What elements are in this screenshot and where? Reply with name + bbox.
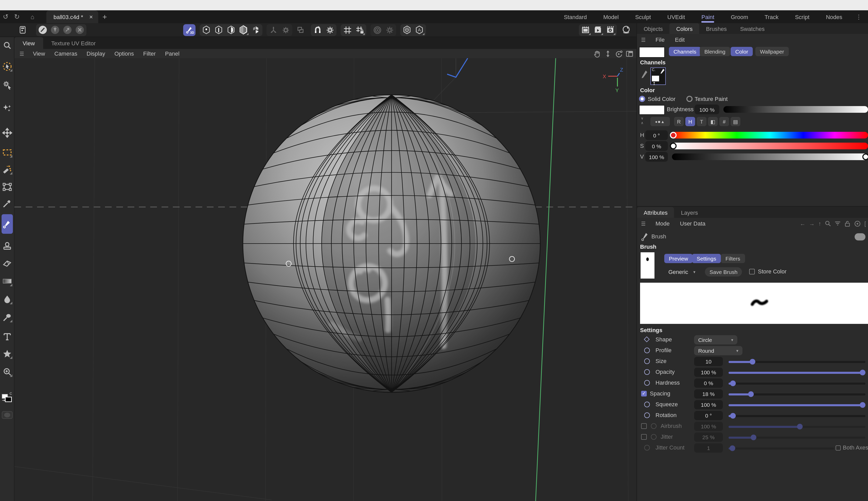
falloff-rings-icon[interactable] bbox=[371, 24, 383, 36]
saturation-knob[interactable] bbox=[670, 143, 677, 149]
saturation-slider[interactable] bbox=[672, 143, 868, 149]
falloff-gear-icon[interactable] bbox=[383, 24, 396, 36]
zoom-tool-icon[interactable] bbox=[1, 40, 13, 51]
mixer-mode-icon[interactable]: ◧ bbox=[708, 117, 718, 126]
stamp-tool-icon[interactable] bbox=[1, 241, 13, 252]
viewport-menu-filter[interactable]: Filter bbox=[139, 51, 161, 57]
search-icon[interactable] bbox=[825, 220, 831, 226]
lock-icon[interactable] bbox=[844, 220, 850, 227]
setting-slider-knob[interactable] bbox=[730, 381, 736, 386]
hsv-mode-button[interactable]: H bbox=[685, 117, 695, 126]
layout-mode-groom[interactable]: Groom bbox=[723, 10, 756, 23]
swatch-grid-icon[interactable]: ▤ bbox=[730, 117, 740, 126]
hue-value[interactable]: 0 ° bbox=[645, 130, 668, 140]
setting-value[interactable]: 100 % bbox=[694, 422, 723, 431]
setting-value[interactable]: 25 % bbox=[694, 433, 723, 442]
render-sphere-button[interactable] bbox=[1, 409, 13, 421]
setting-slider-track[interactable] bbox=[728, 383, 866, 385]
text-tool-icon[interactable] bbox=[1, 331, 13, 342]
attributes-scrollbar-thumb[interactable] bbox=[855, 233, 866, 241]
viewport-menu-cameras[interactable]: Cameras bbox=[50, 51, 82, 57]
orbit-icon[interactable] bbox=[615, 50, 623, 57]
close-tab-icon[interactable]: × bbox=[89, 13, 93, 20]
filter-icon[interactable] bbox=[835, 220, 841, 226]
layout-mode-sculpt[interactable]: Sculpt bbox=[627, 10, 659, 23]
tab-layers[interactable]: Layers bbox=[674, 207, 705, 218]
eraser-tool-icon[interactable] bbox=[1, 257, 13, 269]
new-tab-button[interactable]: + bbox=[98, 10, 111, 23]
more-layouts-icon[interactable]: ⋮ bbox=[850, 13, 863, 20]
toggle-layout-icon[interactable] bbox=[626, 50, 633, 57]
channel-thumbnail[interactable]: C. ↥ bbox=[650, 67, 666, 85]
blending-toggle-button[interactable]: Blending bbox=[700, 47, 730, 56]
setting-value[interactable]: 18 % bbox=[694, 389, 723, 398]
projection-edges-icon[interactable] bbox=[212, 24, 225, 36]
axis-modify-icon[interactable] bbox=[267, 24, 279, 36]
both-axes-checkbox[interactable]: Both Axes bbox=[836, 444, 868, 450]
history-back-icon[interactable]: ← bbox=[800, 220, 805, 226]
viewport-menu-options[interactable]: Options bbox=[110, 51, 139, 57]
layout-mode-uvedit[interactable]: UVEdit bbox=[659, 10, 693, 23]
checkbox-checked-icon[interactable]: ✓ bbox=[641, 391, 647, 396]
paint-3d-brush-button[interactable]: 3D bbox=[183, 24, 196, 36]
setting-dropdown[interactable]: Round▾ bbox=[694, 346, 743, 355]
fg-bg-color-chip[interactable]: C bbox=[1, 390, 13, 405]
menu-file[interactable]: File bbox=[650, 36, 670, 43]
projection-polygons-icon[interactable] bbox=[225, 24, 237, 36]
setting-slider-track[interactable] bbox=[728, 447, 834, 449]
layout-mode-paint[interactable]: Paint bbox=[693, 10, 723, 23]
checkbox-icon[interactable] bbox=[641, 434, 647, 440]
store-color-checkbox[interactable] bbox=[749, 269, 755, 275]
parent-up-icon[interactable]: ↑ bbox=[818, 220, 821, 226]
magnet-snap-icon[interactable] bbox=[311, 24, 323, 36]
pin-tool-icon[interactable] bbox=[49, 24, 61, 36]
render-settings-icon[interactable] bbox=[604, 24, 616, 36]
setting-slider-knob[interactable] bbox=[730, 413, 736, 419]
preview-toggle-button[interactable]: Preview bbox=[664, 254, 693, 263]
tab-swatches[interactable]: Swatches bbox=[734, 23, 771, 34]
viewport-menu-view[interactable]: View bbox=[28, 51, 50, 57]
tab-objects[interactable]: Objects bbox=[637, 23, 670, 34]
render-view-icon[interactable] bbox=[579, 24, 592, 36]
menu-user-data[interactable]: User Data bbox=[675, 220, 711, 226]
viewport-menu-display[interactable]: Display bbox=[82, 51, 110, 57]
layout-mode-standard[interactable]: Standard bbox=[556, 10, 595, 23]
interactive-render-icon[interactable] bbox=[620, 24, 632, 36]
tab-attributes[interactable]: Attributes bbox=[637, 207, 674, 218]
history-forward-icon[interactable]: → bbox=[809, 220, 815, 226]
menu-mode[interactable]: Mode bbox=[650, 220, 675, 226]
discard-tool-icon[interactable] bbox=[74, 24, 86, 36]
brush-tip-thumbnail[interactable] bbox=[640, 252, 655, 279]
settings-toggle-button[interactable]: Settings bbox=[692, 254, 721, 263]
sphere-object[interactable] bbox=[243, 95, 540, 392]
checkbox-icon[interactable] bbox=[641, 423, 647, 429]
preset-dropdown[interactable]: Generic ▾ bbox=[664, 267, 700, 277]
color-toggle-button[interactable]: Color bbox=[730, 47, 753, 56]
layout-mode-script[interactable]: Script bbox=[787, 10, 817, 23]
shape-star-tool-icon[interactable] bbox=[1, 348, 13, 359]
transform-tool-icon[interactable] bbox=[1, 181, 13, 193]
gradient-tool-icon[interactable] bbox=[1, 276, 13, 287]
magic-solo-icon[interactable] bbox=[1, 103, 13, 114]
tab-brushes[interactable]: Brushes bbox=[699, 23, 734, 34]
hexagon-eye-icon[interactable] bbox=[401, 24, 413, 36]
wallpaper-toggle-button[interactable]: Wallpaper bbox=[755, 47, 789, 56]
attributes-menu-icon[interactable]: ☰ bbox=[637, 221, 650, 226]
workplane-icon[interactable] bbox=[294, 24, 307, 36]
brightness-swatch[interactable] bbox=[639, 105, 665, 115]
object-row-brush[interactable]: Brush bbox=[637, 231, 868, 243]
viewport-menu-panel[interactable]: Panel bbox=[160, 51, 184, 57]
hex-mode-button[interactable]: # bbox=[719, 117, 729, 126]
hexagon-annotate-icon[interactable]: A bbox=[413, 24, 426, 36]
axis-gear-icon[interactable] bbox=[279, 24, 292, 36]
setting-value[interactable]: 1 bbox=[694, 443, 723, 452]
filters-toggle-button[interactable]: Filters bbox=[721, 254, 745, 263]
shapes-picker-button[interactable]: ●■▲ bbox=[650, 117, 670, 126]
target-icon[interactable] bbox=[854, 220, 861, 227]
projection-uv-icon[interactable] bbox=[250, 24, 262, 36]
setting-slider-knob[interactable] bbox=[748, 391, 754, 397]
value-slider[interactable] bbox=[672, 153, 868, 160]
solid-color-radio[interactable] bbox=[639, 96, 645, 102]
project-tool-icon[interactable] bbox=[61, 24, 74, 36]
viewport-menu-icon[interactable]: ☰ bbox=[14, 51, 28, 56]
